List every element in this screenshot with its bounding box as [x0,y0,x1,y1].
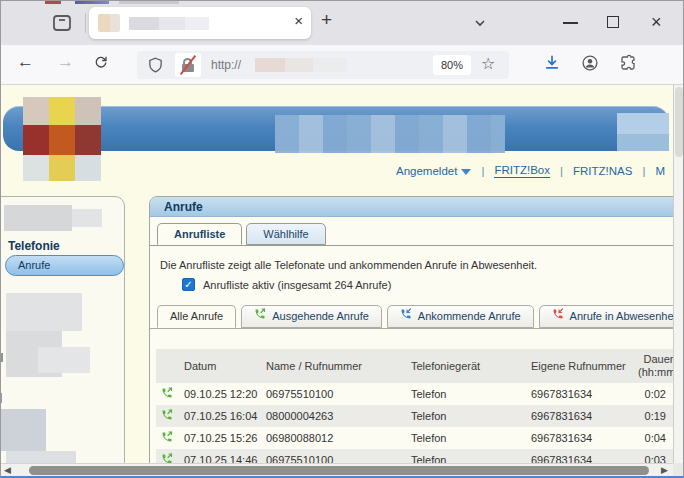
outgoing-call-icon [254,306,266,327]
cell-geraet: Telefon [407,432,527,444]
cell-dauer: 0:04 [627,432,673,445]
url-host-redacted [255,58,347,72]
filter-tab-ankommende[interactable]: Ankommende Anrufe [387,305,534,328]
redacted-block [38,347,90,373]
link-separator: | [481,165,484,177]
tracking-shield-icon[interactable] [147,56,164,78]
account-icon[interactable] [581,54,599,76]
sidebar-menu: Telefonie Anrufe [1,196,125,463]
anrufliste-aktiv-checkbox[interactable]: ✓ [182,278,195,291]
screen-edge-artifact [119,1,179,4]
tab-close-icon[interactable]: × [294,12,303,29]
cell-dauer: 0:03 [627,454,673,464]
cell-eigene: 6967831634 [527,410,627,422]
window-minimize-button[interactable] [563,22,578,24]
firefox-view-icon[interactable] [51,12,73,34]
banner-title-redacted [275,115,505,153]
redacted-text-fragment [1,353,3,362]
table-row: 09.10.25 12:20 06975510100 Telefon 69678… [156,383,673,405]
checkbox-row: ✓ Anrufliste aktiv (insgesamt 264 Anrufe… [182,278,391,291]
table-row: 07.10.25 16:04 08000004263 Telefon 69678… [156,405,673,427]
tab-bar: × + × [1,1,683,45]
forward-button[interactable]: → [57,52,74,72]
view-tabs: Anrufliste Wählhilfe [150,224,673,246]
tab-waehlhilfe[interactable]: Wählhilfe [246,223,325,245]
list-tabs-chevron-icon[interactable] [473,16,487,34]
cell-datum: 09.10.25 12:20 [180,388,262,400]
dropdown-arrow-icon [461,169,471,175]
link-fritzbox[interactable]: FRITZ!Box [494,164,550,178]
table-row: 07.10.25 15:26 06980088012 Telefon 69678… [156,427,673,449]
incoming-call-icon [400,306,412,327]
vertical-scrollbar[interactable] [673,85,683,463]
vertical-scrollbar-thumb[interactable] [675,87,683,157]
insecure-lock-icon[interactable] [175,53,201,77]
link-clipped[interactable]: M [655,165,665,177]
page-viewport: Angemeldet | FRITZ!Box | FRITZ!NAS | M T… [1,85,673,463]
sidebar-item-anrufe-active[interactable]: Anrufe [5,255,124,276]
column-geraet: Telefoniegerät [407,360,527,372]
table-row: 07.10.25 14:46 06975510100 Telefon 69678… [156,449,673,463]
back-button[interactable]: ← [17,52,34,72]
call-list-table: Datum Name / Rufnummer Telefoniegerät Ei… [156,349,673,463]
call-filter-tabs: Alle Anrufe Ausgehende Anrufe Ankommende… [150,305,673,329]
link-separator: | [642,165,645,177]
reload-button[interactable] [93,54,109,75]
cell-rufnummer: 06975510100 [262,388,407,400]
redacted-block [72,209,102,227]
redacted-block [6,451,76,463]
cell-datum: 07.10.25 15:26 [180,432,262,444]
window-close-button[interactable]: × [651,12,662,33]
download-icon[interactable] [543,54,561,76]
main-panel: Anrufe Anrufliste Wählhilfe Die Anruflis… [149,196,673,463]
url-scheme-text: http:// [211,58,241,72]
fritz-logo-redacted [23,97,101,181]
bookmark-star-icon[interactable]: ☆ [481,54,495,73]
window-maximize-button[interactable] [607,16,619,28]
outgoing-call-icon [161,387,173,401]
column-name: Name / Rufnummer [262,360,407,372]
link-fritznas[interactable]: FRITZ!NAS [573,165,632,177]
zoom-level-button[interactable]: 80% [433,55,471,75]
url-bar[interactable]: http:// 80% ☆ [137,51,509,79]
new-tab-button[interactable]: + [321,9,332,31]
cell-dauer: 0:02 [627,388,673,401]
cell-eigene: 6967831634 [527,388,627,400]
horizontal-scrollbar-thumb[interactable] [29,466,649,475]
filter-tab-abwesenheit[interactable]: Anrufe in Abwesenheit [539,305,673,328]
tab-title-redacted [129,17,209,30]
extensions-puzzle-icon[interactable] [619,54,637,76]
redacted-block [4,205,72,231]
tab-divider [85,13,86,33]
tab-anrufliste[interactable]: Anrufliste [157,223,242,245]
cell-eigene: 6967831634 [527,432,627,444]
sidebar-section-telefonie: Telefonie [8,239,60,253]
scroll-right-arrow[interactable]: ▶ [661,465,668,475]
checkbox-label: Anrufliste aktiv (insgesamt 264 Anrufe) [203,279,391,291]
banner-model-redacted [617,113,669,151]
tab-favicon-redacted [98,14,120,32]
scroll-left-arrow[interactable]: ◀ [4,465,11,475]
outgoing-call-icon [161,453,173,463]
logged-in-menu[interactable]: Angemeldet [396,165,471,177]
cell-datum: 07.10.25 14:46 [180,454,262,463]
cell-geraet: Telefon [407,454,527,463]
page-title: Anrufe [150,197,673,217]
horizontal-scrollbar[interactable]: ◀ ▶ [1,463,673,477]
redacted-text-fragment [1,393,2,403]
screen-edge-artifact [75,1,109,4]
screen-edge-artifact [45,1,61,4]
filter-tab-alle-anrufe[interactable]: Alle Anrufe [157,305,236,328]
filter-tab-ausgehende[interactable]: Ausgehende Anrufe [241,305,382,328]
cell-datum: 07.10.25 16:04 [180,410,262,422]
cell-rufnummer: 08000004263 [262,410,407,422]
outgoing-call-icon [161,409,173,423]
table-header-row: Datum Name / Rufnummer Telefoniegerät Ei… [156,349,673,383]
browser-tab[interactable]: × [89,7,311,39]
browser-window: × + × ← → http:// 80% ☆ [0,0,684,478]
cell-rufnummer: 06980088012 [262,432,407,444]
cell-geraet: Telefon [407,410,527,422]
navigation-toolbar: ← → http:// 80% ☆ [1,45,683,85]
missed-call-icon [552,306,564,327]
scrollbar-corner [673,463,683,477]
